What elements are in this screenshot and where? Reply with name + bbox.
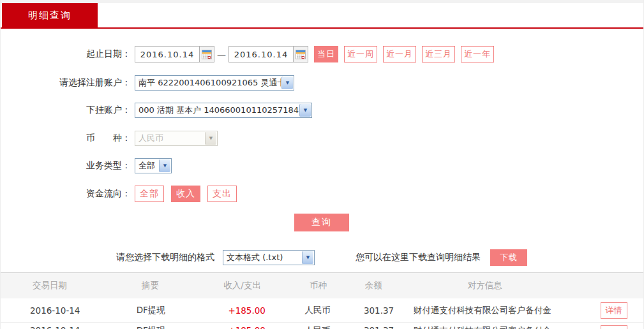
sub-account-row: 下挂账户： 000 活期 基本户 1406600101102571848 ▼ xyxy=(1,102,643,119)
detail-button[interactable]: 详情 xyxy=(601,302,627,319)
tab-detail-query[interactable]: 明细查询 xyxy=(2,3,98,27)
calendar-icon[interactable] xyxy=(199,47,214,62)
cell-summary: DF提现 xyxy=(135,325,223,329)
registered-account-value: 南平 6222001406100921065 灵通卡 xyxy=(135,76,281,90)
fund-direction-label: 资金流向： xyxy=(1,188,131,200)
chevron-down-icon: ▼ xyxy=(159,159,170,172)
currency-row: 币 种： 人民币 ▼ xyxy=(1,130,643,147)
business-type-label: 业务类型： xyxy=(1,160,131,172)
cell-currency: 人民币 xyxy=(302,305,363,316)
header-summary: 摘要 xyxy=(135,280,223,291)
results-table: 交易日期 摘要 收入/支出 币种 余额 对方信息 2016-10-14 DF提现… xyxy=(1,272,643,329)
download-format-select[interactable]: 文本格式 (.txt) ▼ xyxy=(223,250,315,265)
chevron-down-icon: ▼ xyxy=(205,132,216,145)
table-header-row: 交易日期 摘要 收入/支出 币种 余额 对方信息 xyxy=(1,273,643,298)
sub-account-select[interactable]: 000 活期 基本户 1406600101102571848 ▼ xyxy=(135,103,312,118)
header-date: 交易日期 xyxy=(1,280,135,291)
business-type-row: 业务类型： 全部 ▼ xyxy=(1,157,643,174)
end-date-input[interactable]: 2016.10.14 xyxy=(228,46,308,62)
date-range-label: 起止日期： xyxy=(1,48,131,60)
chevron-down-icon: ▼ xyxy=(281,77,293,89)
sub-account-value: 000 活期 基本户 1406600101102571848 xyxy=(135,103,299,117)
download-button[interactable]: 下载 xyxy=(490,249,527,266)
header-amount: 收入/支出 xyxy=(223,280,302,291)
quick-range-button[interactable]: 近一周 xyxy=(344,46,377,62)
calendar-icon[interactable] xyxy=(293,47,308,62)
download-format-label: 请您选择下载明细的格式 xyxy=(116,252,214,263)
cell-amount: +185.00 xyxy=(223,305,302,316)
fund-direction-button[interactable]: 支出 xyxy=(207,186,237,202)
start-date-input[interactable]: 2016.10.14 xyxy=(135,46,214,62)
table-row: 2016-10-14 DF提现 +185.00 人民币 301.37 财付通支付… xyxy=(1,298,643,323)
header-counterparty: 对方信息 xyxy=(411,280,585,291)
header-balance: 余额 xyxy=(363,280,411,291)
table-row: 2016-10-14 DF提现 +185.00 人民币 301.37 财付通支付… xyxy=(1,323,643,329)
quick-range-button[interactable]: 近三月 xyxy=(422,46,455,62)
business-type-value: 全部 xyxy=(135,159,158,173)
sub-account-label: 下挂账户： xyxy=(1,105,131,116)
cell-summary: DF提现 xyxy=(135,305,223,316)
tab-underline xyxy=(1,27,643,29)
quick-range-button[interactable]: 当日 xyxy=(314,46,338,62)
currency-select: 人民币 ▼ xyxy=(135,131,218,146)
currency-value: 人民币 xyxy=(135,131,204,145)
fund-direction-button[interactable]: 全部 xyxy=(135,186,164,202)
quick-range-button[interactable]: 近一月 xyxy=(383,46,416,62)
registered-account-row: 请选择注册账户： 南平 6222001406100921065 灵通卡 ▼ xyxy=(1,75,643,91)
registered-account-select[interactable]: 南平 6222001406100921065 灵通卡 ▼ xyxy=(135,75,294,91)
quick-range-button[interactable]: 近一年 xyxy=(461,46,494,62)
cell-date: 2016-10-14 xyxy=(1,305,135,316)
download-row: 请您选择下载明细的格式 文本格式 (.txt) ▼ 您可以在这里下载查询明细结果… xyxy=(1,249,643,266)
cell-counterparty: 财付通支付科技有限公司客户备付金 xyxy=(411,325,584,329)
start-date-value: 2016.10.14 xyxy=(135,47,199,62)
detail-query-page: 明细查询 起止日期： 2016.10.14 — xyxy=(0,0,644,329)
registered-account-label: 请选择注册账户： xyxy=(1,77,131,89)
date-separator: — xyxy=(217,49,226,59)
end-date-value: 2016.10.14 xyxy=(229,47,293,62)
detail-button[interactable]: 详情 xyxy=(601,325,627,329)
download-hint: 您可以在这里下载查询明细结果 xyxy=(356,252,481,263)
cell-amount: +185.00 xyxy=(223,325,302,329)
fund-direction-row: 资金流向： 全部收入支出 xyxy=(1,186,643,202)
cell-balance: 301.37 xyxy=(363,305,411,316)
header-currency: 币种 xyxy=(302,280,363,291)
currency-label: 币 种： xyxy=(1,133,131,144)
business-type-select[interactable]: 全部 ▼ xyxy=(135,158,172,173)
cell-currency: 人民币 xyxy=(302,325,363,329)
download-format-value: 文本格式 (.txt) xyxy=(223,251,301,265)
chevron-down-icon: ▼ xyxy=(302,251,313,264)
query-button[interactable]: 查询 xyxy=(294,214,349,231)
cell-date: 2016-10-14 xyxy=(1,325,135,329)
fund-direction-button[interactable]: 收入 xyxy=(171,186,200,202)
cell-balance: 301.37 xyxy=(363,325,411,329)
date-range-row: 起止日期： 2016.10.14 — 2016.10.14 xyxy=(1,46,643,62)
cell-counterparty: 财付通支付科技有限公司客户备付金 xyxy=(411,305,584,316)
chevron-down-icon: ▼ xyxy=(299,104,311,117)
table-body: 2016-10-14 DF提现 +185.00 人民币 301.37 财付通支付… xyxy=(1,298,643,329)
